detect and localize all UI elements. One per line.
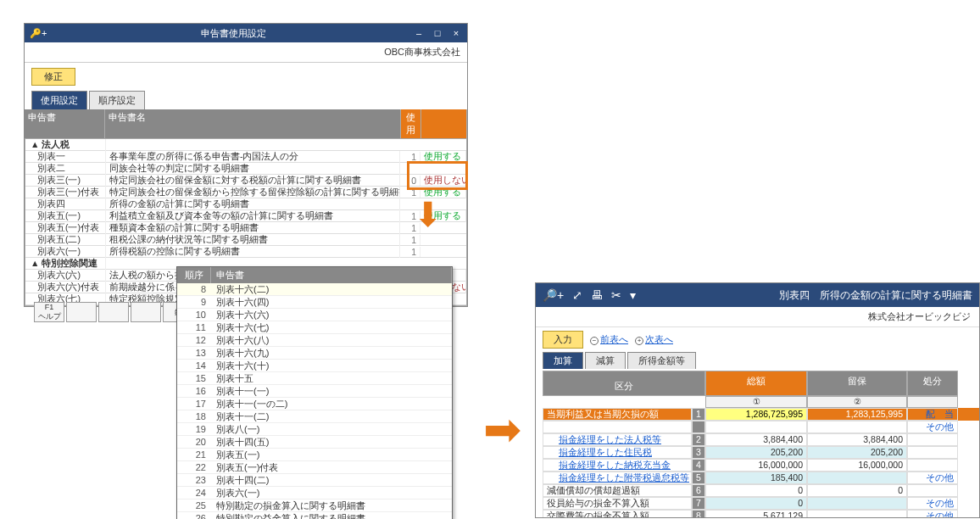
col-form-name: 申告書名 (105, 109, 401, 138)
fkey-button[interactable]: F1ヘルプ (34, 302, 64, 322)
hdr-kubun: 区分 (543, 371, 705, 396)
col-use: 使用 (401, 109, 421, 138)
table-row[interactable]: 損金経理をした納税充当金416,000,00016,000,000 (543, 459, 979, 472)
table-row[interactable]: 別表五(一)付表種類資本金額の計算に関する明細書1 (25, 222, 466, 234)
company-label: OBC商事株式会社 (25, 42, 467, 63)
popup-body: 8別表十六(二)9別表十六(四)10別表十六(六)11別表十六(七)12別表十六… (177, 283, 452, 519)
cut-icon[interactable]: ✂ (611, 288, 621, 302)
fkey-button[interactable] (131, 302, 161, 322)
hdr-shobun: 処分 (907, 371, 958, 396)
big-arrow-right-icon: ➡ (483, 403, 521, 456)
table-header-1: 区分 総額 留保 処分 (543, 371, 979, 396)
minus-icon: − (590, 337, 599, 345)
table-header-2: ① ② (543, 396, 979, 408)
list-item[interactable]: 25特別勘定の損金算入に関する明細書 (177, 499, 452, 512)
edit-mode-button[interactable]: 修正 (31, 68, 75, 86)
list-item[interactable]: 19別表八(一) (177, 423, 452, 436)
subtab-income[interactable]: 所得金額等 (627, 352, 696, 369)
list-item[interactable]: 21別表五(一) (177, 449, 452, 461)
key-icon: 🔑+ (30, 28, 47, 39)
print-icon[interactable]: 🖶 (591, 288, 603, 302)
list-item[interactable]: 13別表十六(九) (177, 347, 452, 360)
table-row[interactable]: 別表五(二)租税公課の納付状況等に関する明細書1 (25, 234, 466, 246)
list-item[interactable]: 23別表十四(二) (177, 474, 452, 487)
col-use-label (421, 109, 467, 138)
titlebar: 🔑+ 申告書使用設定 – □ × (25, 24, 467, 42)
arrow-down-icon: ⬇ (414, 195, 443, 234)
list-item[interactable]: 16別表十一(一) (177, 385, 452, 398)
hdr-col2: ② (807, 396, 907, 408)
toolbar: 🔎+ ⤢ 🖶 ✂ ▾ 別表四 所得の金額の計算に関する明細書 (536, 283, 979, 307)
list-item[interactable]: 14別表十六(十) (177, 360, 452, 372)
fkey-button[interactable] (98, 302, 129, 322)
table-row[interactable]: 別表四所得の金額の計算に関する明細書 (25, 198, 466, 210)
table-row[interactable]: 損金経理をした法人税等23,884,4003,884,400 (543, 433, 979, 446)
menu-icon[interactable]: ▾ (630, 288, 636, 302)
grid-header: 申告書 申告書名 使用 (25, 109, 467, 138)
hdr-ryuho: 留保 (807, 371, 907, 396)
detail-window: 🔎+ ⤢ 🖶 ✂ ▾ 別表四 所得の金額の計算に関する明細書 株式会社オービック… (535, 282, 980, 518)
input-tab[interactable]: 入力 (543, 331, 583, 349)
table-row[interactable]: 交際費等の損金不算入額85,671,129その他 (543, 510, 979, 518)
list-item[interactable]: 12別表十六(八) (177, 334, 452, 347)
col-form: 申告書 (25, 109, 105, 138)
minimize-button[interactable]: – (413, 28, 425, 38)
fkey-button[interactable] (66, 302, 97, 322)
close-button[interactable]: × (450, 28, 462, 38)
hdr-col1: ① (705, 396, 807, 408)
list-item[interactable]: 9別表十六(四) (177, 296, 452, 309)
list-item[interactable]: 17別表十一(一の二) (177, 398, 452, 410)
search-icon[interactable]: 🔎+ (543, 288, 564, 302)
detail-company: 株式会社オービックビジ (536, 307, 979, 327)
subtabs: 加算 減算 所得金額等 (536, 352, 979, 369)
next-link[interactable]: 次表へ (645, 334, 673, 344)
table-row[interactable]: 損金経理をした住民税3205,200205,200 (543, 446, 979, 459)
settings-tabs: 使用設定 順序設定 (25, 91, 467, 109)
detail-table: 区分 総額 留保 処分 ① ② 当期利益又は当期欠損の額11,286,725,9… (543, 371, 979, 518)
table-body: 当期利益又は当期欠損の額11,286,725,9951,283,125,995配… (543, 408, 979, 518)
list-item[interactable]: 10別表十六(六) (177, 309, 452, 321)
list-item[interactable]: 8別表十六(二) (177, 283, 452, 296)
maximize-button[interactable]: □ (432, 28, 443, 38)
list-item[interactable]: 24別表六(一) (177, 487, 452, 499)
order-popup: 順序 申告書 8別表十六(二)9別表十六(四)10別表十六(六)11別表十六(七… (176, 266, 453, 519)
detail-title: 別表四 所得の金額の計算に関する明細書 (644, 288, 972, 303)
prev-link[interactable]: 前表へ (600, 334, 628, 344)
table-row[interactable]: 役員給与の損金不算入額70その他 (543, 497, 979, 510)
table-row[interactable]: ▲ 法人税 (25, 139, 466, 151)
window-title: 申告書使用設定 (53, 27, 413, 40)
table-row[interactable]: 別表一各事業年度の所得に係る申告書-内国法人の分1使用する (25, 151, 466, 163)
table-row[interactable]: 別表二同族会社等の判定に関する明細書 (25, 163, 466, 175)
table-row[interactable]: 当期利益又は当期欠損の額11,286,725,9951,283,125,995配… (543, 408, 979, 421)
table-row[interactable]: 別表三(一)付表特定同族会社の留保金額から控除する留保控除額の計算に関する明細書… (25, 187, 466, 198)
subtab-sub[interactable]: 減算 (585, 352, 626, 369)
zoom-icon[interactable]: ⤢ (572, 288, 582, 302)
plus-icon: + (635, 337, 643, 345)
tab-order-settings[interactable]: 順序設定 (89, 91, 145, 109)
hdr-sogaku: 総額 (705, 371, 807, 396)
list-item[interactable]: 15別表十五 (177, 372, 452, 385)
table-row[interactable]: 別表三(一)特定同族会社の留保金額に対する税額の計算に関する明細書0使用しない (25, 175, 466, 187)
next-nav[interactable]: +次表へ (635, 333, 673, 346)
table-row[interactable]: 損金経理をした附帯税過怠税等5185,400その他 (543, 472, 979, 484)
settings-window: 🔑+ 申告書使用設定 – □ × OBC商事株式会社 修正 使用設定 順序設定 … (24, 23, 468, 307)
popup-col-form: 申告書 (211, 267, 452, 283)
list-item[interactable]: 11別表十六(七) (177, 321, 452, 334)
table-row[interactable]: 減価償却の償却超過額600 (543, 484, 979, 497)
list-item[interactable]: 20別表十四(五) (177, 436, 452, 449)
subtab-add[interactable]: 加算 (543, 352, 583, 369)
list-item[interactable]: 18別表十一(二) (177, 410, 452, 423)
prev-nav[interactable]: −前表へ (590, 333, 628, 346)
popup-col-order: 順序 (177, 267, 211, 283)
list-item[interactable]: 26特別勘定の益金算入に関する明細書 (177, 512, 452, 519)
tab-use-settings[interactable]: 使用設定 (31, 91, 87, 109)
list-item[interactable]: 22別表五(一)付表 (177, 461, 452, 474)
table-row[interactable]: 別表六(一)所得税額の控除に関する明細書1 (25, 246, 466, 258)
nav-row: 入力 −前表へ +次表へ (536, 327, 979, 352)
table-row[interactable]: 別表五(一)利益積立金額及び資本金等の額の計算に関する明細書1使用する (25, 210, 466, 222)
popup-header: 順序 申告書 (177, 267, 452, 283)
table-row: その他 (543, 421, 979, 433)
function-keys: F1ヘルプ録 (34, 302, 193, 322)
